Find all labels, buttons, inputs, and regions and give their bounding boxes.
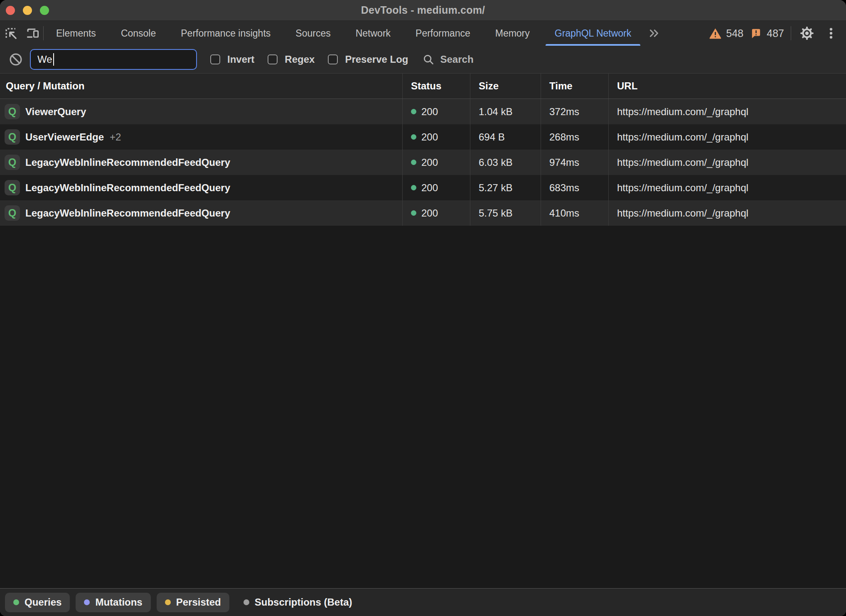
table-row[interactable]: Q LegacyWebInlineRecommendedFeedQuery 20… xyxy=(0,150,846,175)
query-cell: Q UserViewerEdge +2 xyxy=(0,124,402,150)
panel-tab[interactable]: Sources xyxy=(283,21,343,46)
status-dot-icon xyxy=(411,185,416,190)
text-caret xyxy=(53,53,54,66)
status-cell: 200 xyxy=(402,150,470,175)
table-row[interactable]: Q UserViewerEdge +2 200 694 B 268ms http… xyxy=(0,124,846,150)
time-value: 372ms xyxy=(549,106,579,118)
panel-tab-label: Console xyxy=(121,28,156,39)
table-row[interactable]: Q LegacyWebInlineRecommendedFeedQuery 20… xyxy=(0,200,846,226)
zoom-window-button[interactable] xyxy=(40,6,49,15)
url-cell: https://medium.com/_/graphql xyxy=(608,99,846,124)
size-cell: 694 B xyxy=(470,124,541,150)
warning-count: 548 xyxy=(726,27,744,39)
query-name: LegacyWebInlineRecommendedFeedQuery xyxy=(25,157,230,168)
panel-tab[interactable]: Performance insights xyxy=(168,21,283,46)
table-row[interactable]: Q LegacyWebInlineRecommendedFeedQuery 20… xyxy=(0,175,846,200)
filter-dot-icon xyxy=(165,599,171,605)
filter-checkbox-option[interactable]: Regex xyxy=(268,54,315,65)
inspect-element-button[interactable] xyxy=(0,21,22,46)
search-icon xyxy=(422,53,435,66)
query-batch-suffix: +2 xyxy=(110,131,121,143)
time-value: 268ms xyxy=(549,131,579,143)
checkbox-unchecked[interactable] xyxy=(328,54,338,64)
url-cell: https://medium.com/_/graphql xyxy=(608,175,846,200)
issues-counter[interactable]: 487 xyxy=(750,27,784,39)
operation-type-filter-chip[interactable]: Queries xyxy=(5,593,70,612)
panel-tab[interactable]: Performance xyxy=(403,21,483,46)
status-dot-icon xyxy=(411,160,416,165)
filter-chip-label: Persisted xyxy=(176,596,221,608)
time-cell: 974ms xyxy=(541,150,608,175)
warnings-counter[interactable]: 548 xyxy=(709,27,744,40)
close-window-button[interactable] xyxy=(6,6,15,15)
status-dot-icon xyxy=(411,134,416,140)
status-code: 200 xyxy=(421,207,438,219)
query-cell: Q LegacyWebInlineRecommendedFeedQuery xyxy=(0,150,402,175)
size-value: 6.03 kB xyxy=(479,157,512,168)
toggle-device-toolbar-button[interactable] xyxy=(22,21,43,46)
column-header[interactable]: URL xyxy=(608,74,846,99)
column-header[interactable]: Time xyxy=(541,74,608,99)
time-value: 410ms xyxy=(549,207,579,219)
panel-tab-label: Sources xyxy=(295,28,330,39)
search-toggle[interactable]: Search xyxy=(422,53,473,66)
url-value: https://medium.com/_/graphql xyxy=(617,106,748,118)
filter-input[interactable]: We xyxy=(30,49,197,70)
filter-chip-label: Queries xyxy=(25,596,61,608)
checkbox-unchecked[interactable] xyxy=(268,54,278,64)
panel-tab[interactable]: Elements xyxy=(44,21,108,46)
size-cell: 1.04 kB xyxy=(470,99,541,124)
panel-tab[interactable]: Console xyxy=(108,21,168,46)
settings-button[interactable] xyxy=(798,25,816,41)
panel-tab-label: Memory xyxy=(495,28,530,39)
panel-tab[interactable]: Network xyxy=(343,21,403,46)
devtools-window: DevTools - medium.com/ xyxy=(0,0,846,616)
titlebar: DevTools - medium.com/ xyxy=(0,0,846,20)
query-cell: Q LegacyWebInlineRecommendedFeedQuery xyxy=(0,175,402,200)
minimize-window-button[interactable] xyxy=(23,6,32,15)
status-code: 200 xyxy=(421,157,438,168)
filter-checkbox-option[interactable]: Preserve Log xyxy=(328,54,408,65)
device-toolbar-icon xyxy=(25,26,39,40)
time-cell: 410ms xyxy=(541,200,608,226)
clear-filter-button[interactable] xyxy=(7,52,25,67)
url-value: https://medium.com/_/graphql xyxy=(617,157,748,168)
query-name: LegacyWebInlineRecommendedFeedQuery xyxy=(25,207,230,219)
more-options-button[interactable] xyxy=(823,26,839,40)
warning-triangle-icon xyxy=(709,27,722,40)
url-cell: https://medium.com/_/graphql xyxy=(608,200,846,226)
status-cell: 200 xyxy=(402,99,470,124)
panel-tab[interactable]: Memory xyxy=(483,21,542,46)
status-code: 200 xyxy=(421,131,438,143)
more-tabs-button[interactable] xyxy=(644,21,664,46)
panel-tabs: Elements Console xyxy=(44,21,644,46)
filter-toolbar: We Invert Regex Preserve Log xyxy=(0,46,846,73)
filter-input-value: We xyxy=(37,54,52,65)
status-cell: 200 xyxy=(402,175,470,200)
table-empty-area xyxy=(0,226,846,588)
operation-type-filter-chip[interactable]: Subscriptions (Beta) xyxy=(235,593,361,612)
checkbox-unchecked[interactable] xyxy=(210,54,220,64)
query-cell: Q LegacyWebInlineRecommendedFeedQuery xyxy=(0,200,402,226)
size-cell: 6.03 kB xyxy=(470,150,541,175)
column-header[interactable]: Status xyxy=(402,74,470,99)
query-type-badge: Q xyxy=(5,205,20,221)
tabbar-right-divider xyxy=(791,26,791,40)
size-cell: 5.75 kB xyxy=(470,200,541,226)
filter-chip-label: Subscriptions (Beta) xyxy=(255,596,352,608)
url-value: https://medium.com/_/graphql xyxy=(617,182,748,194)
time-value: 683ms xyxy=(549,182,579,194)
table-row[interactable]: Q ViewerQuery 200 1.04 kB 372ms https://… xyxy=(0,99,846,124)
operation-type-filter-chip[interactable]: Mutations xyxy=(76,593,150,612)
checkbox-label: Regex xyxy=(285,54,315,65)
column-header[interactable]: Size xyxy=(470,74,541,99)
status-dot-icon xyxy=(411,210,416,216)
checkbox-label: Preserve Log xyxy=(345,54,408,65)
operation-type-filter-chip[interactable]: Persisted xyxy=(157,593,229,612)
panel-tab-label: Network xyxy=(356,28,391,39)
size-cell: 5.27 kB xyxy=(470,175,541,200)
panel-tab[interactable]: GraphQL Network xyxy=(542,21,644,46)
checkbox-label: Invert xyxy=(227,54,254,65)
column-header[interactable]: Query / Mutation xyxy=(0,74,402,99)
filter-checkbox-option[interactable]: Invert xyxy=(210,54,254,65)
